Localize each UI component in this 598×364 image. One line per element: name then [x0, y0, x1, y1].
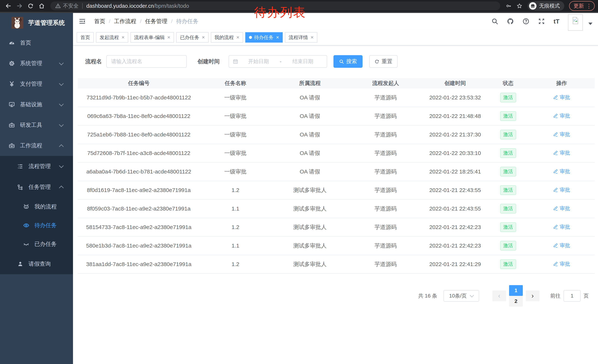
task-name: 1.2 — [200, 187, 271, 193]
browser-back-icon[interactable] — [3, 1, 13, 11]
process-name: OA 请假 — [271, 168, 349, 176]
avatar-broken-image[interactable] — [568, 15, 583, 31]
tab-close-icon[interactable]: × — [167, 35, 170, 40]
password-key-icon[interactable] — [506, 3, 512, 9]
approve-link[interactable]: 审批 — [553, 112, 570, 119]
sidebar-item-6[interactable]: 流程管理 — [0, 156, 73, 177]
process-name-input[interactable]: 请输入流程名 — [106, 55, 187, 68]
help-icon[interactable] — [523, 18, 530, 25]
url-divider — [82, 3, 83, 9]
sidebar-item-label: 请假查询 — [29, 260, 51, 268]
sidebar-collapse-icon[interactable] — [79, 18, 86, 25]
browser-menu-icon[interactable]: ⋮ — [586, 3, 592, 9]
approve-link[interactable]: 审批 — [553, 94, 570, 101]
search-button[interactable]: 搜索 — [333, 55, 363, 68]
reset-button[interactable]: 重置 — [369, 55, 398, 68]
tab-label: 流程详情 — [289, 34, 308, 41]
next-page-button[interactable]: › — [526, 291, 540, 301]
status-badge: 激活 — [500, 167, 516, 177]
create-time: 2022-01-22 20:33:10 — [423, 150, 488, 156]
table-row: 73211d9d-7b9b-11ec-b5b7-acde48001122一级审批… — [78, 89, 595, 107]
sidebar-item-8[interactable]: 我的流程 — [0, 197, 73, 216]
approve-link[interactable]: 审批 — [553, 168, 570, 175]
approve-link-label: 审批 — [560, 224, 570, 231]
breadcrumb-item-2[interactable]: 任务管理 — [145, 18, 167, 25]
edit-pen-icon — [553, 262, 558, 267]
edit-pen-icon — [553, 113, 558, 119]
chevron-down-icon — [59, 122, 64, 127]
sidebar-item-2[interactable]: 支付管理 — [0, 74, 73, 94]
tab-close-icon[interactable]: × — [236, 35, 239, 40]
tab-6[interactable]: 流程详情× — [285, 32, 317, 43]
reset-button-label: 重置 — [382, 58, 392, 65]
page-button-2[interactable]: 2 — [509, 296, 523, 307]
tab-label: 待办任务 — [254, 34, 274, 41]
header-search-icon[interactable] — [491, 18, 498, 25]
tab-2[interactable]: 流程表单-编辑× — [130, 32, 174, 43]
tab-0[interactable]: 首页 — [77, 32, 94, 43]
page-size-value: 10条/页 — [449, 292, 467, 299]
tab-3[interactable]: 已办任务× — [176, 32, 208, 43]
browser-home-icon[interactable] — [37, 1, 47, 11]
tab-1[interactable]: 发起流程× — [96, 32, 128, 43]
edit-pen-icon — [553, 151, 558, 155]
sidebar-item-11[interactable]: 请假查询 — [0, 253, 73, 274]
url-host: dashboard.yudao.iocoder.cn — [86, 3, 154, 9]
browser-forward-icon[interactable] — [15, 1, 25, 11]
sidebar-item-1[interactable]: 系统管理 — [0, 53, 73, 74]
approve-link-label: 审批 — [560, 205, 570, 212]
process-name: 测试多审批人 — [271, 260, 349, 268]
create-time: 2022-01-21 22:42:23 — [423, 224, 488, 230]
tab-5[interactable]: 待办任务× — [245, 32, 283, 43]
sidebar-item-10[interactable]: 已办任务 — [0, 235, 73, 253]
approve-link[interactable]: 审批 — [553, 260, 570, 267]
page-size-select[interactable]: 10条/页 — [443, 290, 479, 302]
sidebar-item-4[interactable]: 研发工具 — [0, 115, 73, 135]
pagination: 共 16 条 10条/页 ‹ 12 › 前往 1 页 — [78, 285, 593, 307]
sidebar-item-3[interactable]: 基础设施 — [0, 94, 73, 115]
tab-close-icon[interactable]: × — [202, 35, 205, 40]
tab-label: 首页 — [80, 34, 90, 41]
browser-reload-icon[interactable] — [25, 1, 36, 11]
task-name: 1.2 — [200, 224, 271, 230]
task-name: 1.1 — [200, 205, 271, 212]
sidebar-item-5[interactable]: 工作流程 — [0, 135, 73, 156]
tab-close-icon[interactable]: × — [276, 35, 279, 40]
approve-link[interactable]: 审批 — [553, 149, 570, 156]
fullscreen-icon[interactable] — [538, 18, 545, 25]
sidebar-item-7[interactable]: 任务管理 — [0, 177, 73, 197]
toolbox-icon — [8, 122, 16, 128]
process-name: 测试多审批人 — [271, 242, 349, 250]
avatar-caret-down-icon[interactable] — [588, 23, 592, 25]
approve-link-label: 审批 — [560, 260, 570, 267]
prev-page-button[interactable]: ‹ — [492, 291, 506, 301]
sidebar-item-0[interactable]: 首页 — [0, 32, 73, 53]
url-bar[interactable]: 不安全 dashboard.yudao.iocoder.cn /bpm/task… — [50, 1, 500, 10]
bookmark-star-icon[interactable] — [516, 3, 523, 9]
goto-label: 前往 — [550, 292, 561, 299]
approve-link[interactable]: 审批 — [553, 186, 570, 194]
tab-close-icon[interactable]: × — [122, 35, 125, 40]
security-label: 不安全 — [63, 2, 79, 9]
date-range-picker[interactable]: 开始日期 - 结束日期 — [229, 55, 327, 68]
goto-page-input[interactable]: 1 — [564, 290, 581, 302]
tab-close-icon[interactable]: × — [310, 35, 314, 40]
github-icon[interactable] — [507, 18, 514, 25]
edit-pen-icon — [553, 243, 558, 248]
sidebar-item-9[interactable]: 待办任务 — [0, 216, 73, 235]
breadcrumb-item-0[interactable]: 首页 — [94, 18, 105, 25]
app-logo-row[interactable]: 芋道管理系统 — [0, 13, 73, 32]
font-size-icon[interactable]: tT — [554, 18, 559, 25]
process-starter: 芋道源码 — [349, 94, 423, 101]
tab-4[interactable]: 我的流程× — [211, 32, 243, 43]
approve-link[interactable]: 审批 — [553, 242, 570, 249]
breadcrumb-item-1[interactable]: 工作流程 — [114, 18, 136, 25]
page-button-1[interactable]: 1 — [509, 285, 523, 296]
edit-pen-icon — [553, 225, 558, 230]
task-name: 一级审批 — [200, 94, 271, 101]
approve-link-label: 审批 — [560, 149, 570, 156]
approve-link[interactable]: 审批 — [553, 224, 570, 231]
chrome-update-button[interactable]: 更新 ⋮ — [569, 1, 595, 11]
approve-link[interactable]: 审批 — [553, 205, 570, 212]
approve-link[interactable]: 审批 — [553, 131, 570, 138]
